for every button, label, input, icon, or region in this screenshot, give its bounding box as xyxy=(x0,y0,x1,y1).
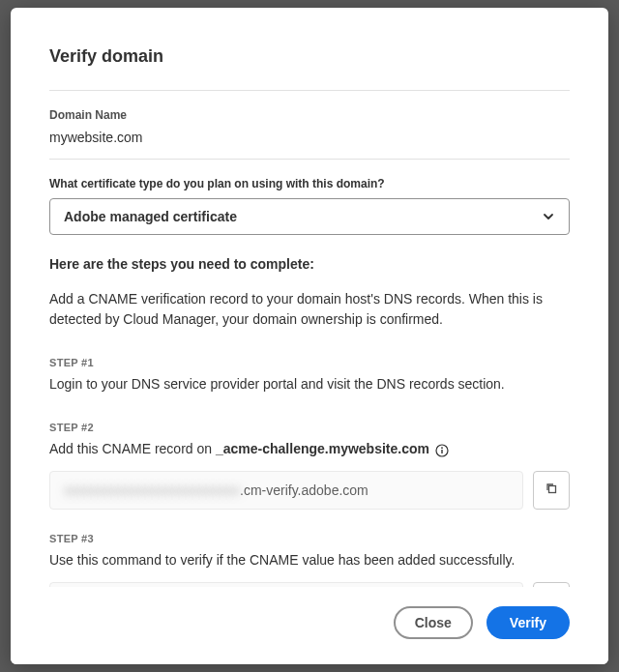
step-1-text: Login to your DNS service provider porta… xyxy=(49,374,570,394)
svg-point-1 xyxy=(441,448,443,450)
dig-command-box[interactable]: dig _acme-challenge.mywebsite.com cname xyxy=(49,582,523,587)
steps-intro: Here are the steps you need to complete: xyxy=(49,256,570,272)
info-icon[interactable] xyxy=(435,443,449,456)
step-2-text: Add this CNAME record on _acme-challenge… xyxy=(49,439,570,459)
step-1-number: STEP #1 xyxy=(49,357,570,368)
step-1: STEP #1 Login to your DNS service provid… xyxy=(49,357,570,394)
certificate-type-selected: Adobe managed certificate xyxy=(64,209,237,224)
dialog-title: Verify domain xyxy=(49,46,570,67)
step-3-text: Use this command to verify if the CNAME … xyxy=(49,550,570,570)
cname-value-box[interactable]: xxxxxxxxxxxxxxxxxxxxxxxxxx.cm-verify.ado… xyxy=(49,471,523,510)
divider xyxy=(49,159,570,160)
certificate-type-label: What certificate type do you plan on usi… xyxy=(49,177,570,190)
copy-command-button[interactable] xyxy=(533,582,570,587)
verify-button[interactable]: Verify xyxy=(486,606,570,639)
step-2: STEP #2 Add this CNAME record on _acme-c… xyxy=(49,422,570,510)
svg-rect-2 xyxy=(441,450,442,453)
dialog-body: Verify domain Domain Name mywebsite.com … xyxy=(11,8,608,587)
copy-icon xyxy=(545,482,558,499)
dialog-footer: Close Verify xyxy=(11,587,608,664)
step-3: STEP #3 Use this command to verify if th… xyxy=(49,533,570,587)
steps-description: Add a CNAME verification record to your … xyxy=(49,289,570,330)
certificate-type-select[interactable]: Adobe managed certificate xyxy=(49,198,570,235)
cname-host: _acme-challenge.mywebsite.com xyxy=(216,441,429,456)
step-3-number: STEP #3 xyxy=(49,533,570,544)
close-button[interactable]: Close xyxy=(394,606,473,639)
cname-value-masked: xxxxxxxxxxxxxxxxxxxxxxxxxx xyxy=(64,482,240,498)
copy-cname-button[interactable] xyxy=(533,471,570,510)
verify-domain-dialog: Verify domain Domain Name mywebsite.com … xyxy=(11,8,608,664)
chevron-down-icon xyxy=(542,210,555,223)
svg-rect-3 xyxy=(549,486,556,493)
cname-value-suffix: .cm-verify.adobe.com xyxy=(240,482,368,498)
domain-name-value: mywebsite.com xyxy=(49,130,570,145)
domain-name-label: Domain Name xyxy=(49,108,570,122)
divider xyxy=(49,90,570,91)
step-2-number: STEP #2 xyxy=(49,422,570,433)
step-2-prefix: Add this CNAME record on xyxy=(49,441,216,456)
